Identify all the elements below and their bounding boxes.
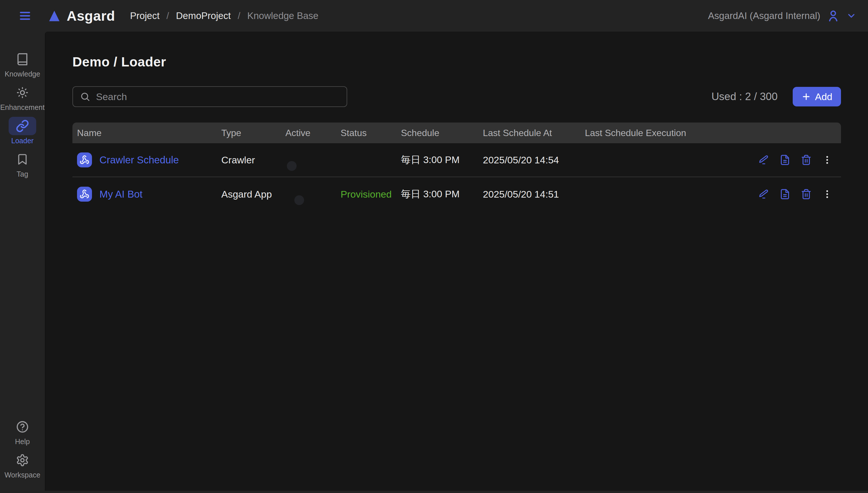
plus-icon [801,92,811,102]
user-label: AsgardAI (Asgard Internal) [708,10,820,21]
sidebar-item-label: Enhancement [0,103,45,112]
breadcrumb-separator: / [238,10,240,21]
row-type: Asgard App [221,189,285,200]
row-name-link[interactable]: My AI Bot [99,188,142,200]
sidebar: Knowledge Enhancement Loader Tag Help Wo… [0,31,45,493]
usage-counter: Used : 2 / 300 [711,91,777,103]
search-box[interactable] [72,86,347,107]
sun-icon [8,83,36,102]
chevron-down-icon[interactable] [846,10,856,21]
add-button[interactable]: Add [793,87,841,106]
trash-icon[interactable] [800,188,812,200]
breadcrumb-demoproject[interactable]: DemoProject [176,10,231,21]
toolbar-right: Used : 2 / 300 Add [711,87,841,106]
table-row: Crawler Schedule Crawler 毎日 3:00 PM 2025… [72,143,841,177]
help-circle-icon [8,417,36,436]
row-schedule: 毎日 3:00 PM [401,153,483,167]
loader-table: Name Type Active Status Schedule Last Sc… [72,123,841,211]
book-icon [8,50,36,68]
toolbar: Used : 2 / 300 Add [72,86,841,107]
document-icon[interactable] [779,154,791,166]
logo-triangle-icon [47,8,62,23]
edit-icon[interactable] [758,154,770,166]
webhook-icon [77,187,92,201]
search-input[interactable] [96,91,340,102]
kebab-menu-icon[interactable] [821,154,833,166]
sidebar-item-workspace[interactable]: Workspace [0,451,45,479]
breadcrumb-knowledge-base[interactable]: Knowledge Base [247,10,318,21]
sidebar-item-help[interactable]: Help [0,417,45,446]
sidebar-item-label: Workspace [5,471,41,479]
document-icon[interactable] [779,188,791,200]
sidebar-item-label: Help [15,437,30,446]
user-icon[interactable] [827,9,840,22]
row-type: Crawler [221,154,285,166]
sidebar-item-label: Knowledge [5,70,40,78]
sidebar-item-knowledge[interactable]: Knowledge [0,50,45,78]
webhook-icon [77,152,92,167]
page-title: Demo / Loader [72,54,841,70]
column-header-status: Status [341,128,401,138]
top-bar: Asgard Project / DemoProject / Knowledge… [0,0,868,31]
sidebar-item-loader[interactable]: Loader [0,117,45,145]
bookmark-icon [8,150,36,169]
toggle-knob [294,195,304,205]
sidebar-item-label: Tag [17,170,28,178]
column-header-name: Name [72,128,221,138]
kebab-menu-icon[interactable] [821,188,833,200]
search-icon [80,91,90,102]
sidebar-item-tag[interactable]: Tag [0,150,45,178]
breadcrumb-separator: / [166,10,169,21]
link-icon [8,117,36,135]
breadcrumb-project[interactable]: Project [130,10,160,21]
table-header-row: Name Type Active Status Schedule Last Sc… [72,123,841,143]
breadcrumb: Project / DemoProject / Knowledge Base [130,10,318,21]
app-name: Asgard [67,8,115,24]
column-header-last-schedule-at: Last Schedule At [483,128,585,138]
menu-icon[interactable] [17,7,33,24]
table-row: My AI Bot Asgard App Provisioned 毎日 3:00… [72,177,841,211]
trash-icon[interactable] [800,154,812,166]
column-header-type: Type [221,128,285,138]
edit-icon[interactable] [758,188,770,200]
row-name-link[interactable]: Crawler Schedule [99,154,179,166]
user-area: AsgardAI (Asgard Internal) [708,9,856,22]
column-header-schedule: Schedule [401,128,483,138]
toggle-knob [287,161,297,171]
gear-icon [8,451,36,469]
sidebar-item-label: Loader [11,136,33,145]
sidebar-item-enhancement[interactable]: Enhancement [0,83,45,112]
row-last-schedule-at: 2025/05/20 14:54 [483,154,585,166]
row-last-schedule-at: 2025/05/20 14:51 [483,189,585,200]
app-logo[interactable]: Asgard [47,8,115,24]
add-button-label: Add [815,91,832,102]
row-schedule: 毎日 3:00 PM [401,188,483,201]
main-content: Demo / Loader Used : 2 / 300 Add Name Ty… [45,31,868,491]
row-status: Provisioned [341,189,401,200]
column-header-active: Active [285,128,341,138]
column-header-last-schedule-execution: Last Schedule Execution [585,128,755,138]
